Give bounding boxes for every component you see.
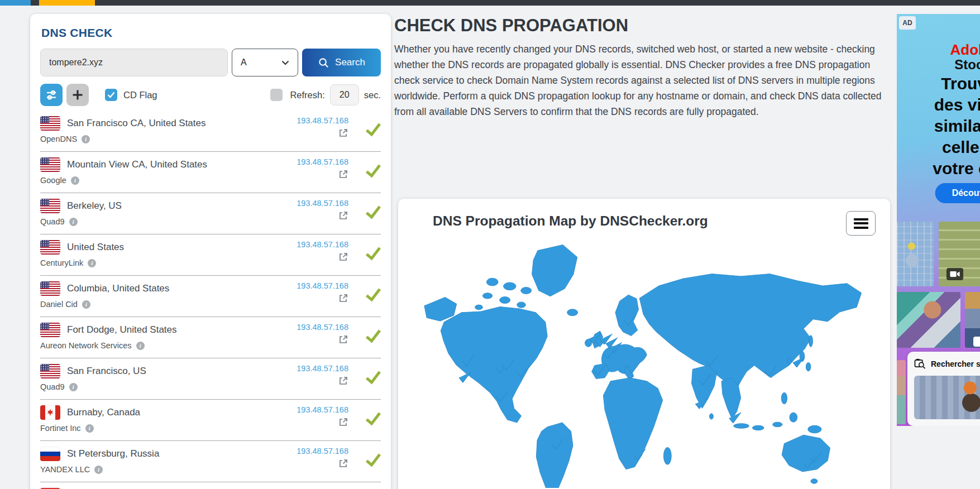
server-provider: Daniel Cid [40, 300, 78, 309]
country-flag-icon [40, 323, 60, 337]
external-link-icon[interactable] [338, 128, 348, 141]
server-location: San Francisco CA, United States [67, 118, 206, 129]
page-heading: CHECK DNS PROPAGATION [394, 16, 628, 36]
info-icon[interactable]: i [82, 300, 90, 309]
filter-settings-button[interactable] [40, 84, 63, 106]
cd-flag-checkbox[interactable] [105, 89, 117, 101]
country-flag-icon [40, 447, 60, 461]
country-flag-icon [40, 157, 60, 172]
ad-creative[interactable]: Adobe Stock Trouvezdes vidéosimilairesce… [897, 14, 980, 426]
propagation-check-icon [366, 411, 381, 429]
external-link-icon[interactable] [338, 252, 348, 265]
external-link-icon[interactable] [338, 334, 348, 347]
browser-top-bar [0, 0, 980, 6]
search-icon [318, 57, 329, 69]
propagation-check-icon [366, 329, 381, 346]
refresh-interval-input[interactable] [330, 84, 359, 106]
info-icon[interactable]: i [69, 218, 78, 226]
top-bar-blue-segment [0, 0, 31, 6]
external-link-icon[interactable] [338, 417, 348, 430]
server-provider: Fortinet Inc [40, 424, 81, 433]
ad-photo-4-icon-chip [973, 337, 980, 347]
refresh-checkbox[interactable] [270, 89, 283, 101]
propagation-check-icon [366, 205, 381, 222]
adobe-logo-text: Adobe [897, 42, 980, 57]
ad-photo-strip[interactable] [914, 376, 980, 419]
ad-photo-1[interactable] [897, 222, 934, 286]
ad-sidebar[interactable]: AD Adobe Stock Trouvezdes vidéosimilaire… [897, 14, 980, 426]
external-link-icon[interactable] [338, 210, 348, 223]
dns-server-row: United States CenturyLink i 193.48.57.16… [40, 234, 381, 276]
resolved-ip-link[interactable]: 193.48.57.168 [276, 405, 348, 414]
search-button[interactable]: Search [302, 49, 381, 76]
external-link-icon[interactable] [338, 169, 348, 182]
info-icon[interactable]: i [94, 466, 103, 474]
search-button-label: Search [335, 57, 365, 68]
dns-server-row: San Francisco CA, United States OpenDNS … [40, 111, 381, 152]
plus-icon [71, 89, 84, 101]
info-icon[interactable]: i [71, 176, 79, 185]
propagation-check-icon [366, 287, 381, 305]
cd-flag-label: CD Flag [123, 90, 157, 100]
external-link-icon[interactable] [338, 376, 348, 389]
list-controls-row: CD Flag Refresh: sec. [40, 84, 381, 106]
server-location: Burnaby, Canada [67, 407, 140, 418]
server-location: Mountain View CA, United States [67, 159, 207, 170]
info-icon[interactable]: i [88, 259, 96, 267]
resolved-ip-link[interactable]: 193.48.57.168 [276, 323, 348, 332]
country-flag-icon [40, 240, 60, 255]
resolved-ip-link[interactable]: 193.48.57.168 [276, 447, 348, 456]
add-server-button[interactable] [66, 84, 89, 106]
country-flag-icon [40, 364, 60, 378]
checkbox-check-icon [107, 92, 115, 98]
dns-server-row: St Petersburg, Russia YANDEX LLC i 193.4… [40, 441, 381, 482]
dns-server-row: Mountain View CA, United States Google i… [40, 152, 381, 193]
country-flag-icon [40, 116, 60, 131]
record-type-value: A [241, 57, 247, 68]
page-description: Whether you have recently changed your D… [394, 41, 893, 119]
ad-headline: Trouvezdes vidéosimilairescelle devotre … [897, 73, 980, 179]
resolved-ip-link[interactable]: 193.48.57.168 [276, 281, 348, 290]
chart-menu-button[interactable] [846, 211, 876, 236]
propagation-check-icon [366, 164, 381, 181]
country-flag-icon [40, 199, 60, 213]
external-link-icon[interactable] [338, 293, 348, 306]
world-map[interactable] [403, 240, 885, 488]
dns-server-row: Fort Dodge, United States Aureon Network… [40, 317, 381, 358]
ad-search-similar-card[interactable]: Rechercher simila [907, 352, 980, 426]
ad-cta-button[interactable]: Découvrir [935, 183, 980, 203]
external-link-icon[interactable] [338, 458, 348, 471]
server-location: United States [67, 242, 124, 253]
resolved-ip-link[interactable]: 193.48.57.168 [276, 240, 348, 249]
server-provider: Quad9 [40, 382, 65, 391]
server-location: Fort Dodge, United States [67, 324, 177, 335]
map-panel: DNS Propagation Map by DNSChecker.org [398, 199, 890, 489]
info-icon[interactable]: i [136, 342, 145, 350]
ad-photo-3[interactable] [897, 292, 960, 348]
refresh-unit-label: sec. [364, 90, 381, 100]
dns-server-row: San Francisco, US Quad9 i 193.48.57.168 [40, 358, 381, 400]
server-location: San Francisco, US [67, 366, 146, 377]
propagation-check-icon [366, 370, 381, 387]
camera-search-icon [914, 358, 926, 369]
info-icon[interactable]: i [69, 383, 78, 391]
resolved-ip-link[interactable]: 193.48.57.168 [276, 116, 348, 125]
ad-photo-5[interactable] [897, 360, 906, 424]
domain-input[interactable] [40, 49, 228, 76]
panel-title: DNS CHECK [41, 26, 381, 40]
map-title: DNS Propagation Map by DNSChecker.org [433, 213, 708, 229]
resolved-ip-link[interactable]: 193.48.57.168 [276, 157, 348, 166]
hamburger-menu-icon [854, 216, 868, 231]
ad-search-similar-button[interactable]: Rechercher simila [907, 352, 980, 369]
ad-search-similar-label: Rechercher simila [931, 359, 980, 368]
propagation-check-icon [366, 453, 381, 470]
server-provider: Aureon Network Services [40, 341, 132, 350]
server-provider: Google [40, 176, 66, 185]
country-flag-icon [40, 281, 60, 296]
resolved-ip-link[interactable]: 193.48.57.168 [276, 364, 348, 373]
info-icon[interactable]: i [85, 424, 94, 433]
server-provider: YANDEX LLC [40, 465, 90, 474]
info-icon[interactable]: i [82, 135, 90, 143]
resolved-ip-link[interactable]: 193.48.57.168 [276, 199, 348, 208]
record-type-select[interactable]: A [232, 49, 298, 76]
